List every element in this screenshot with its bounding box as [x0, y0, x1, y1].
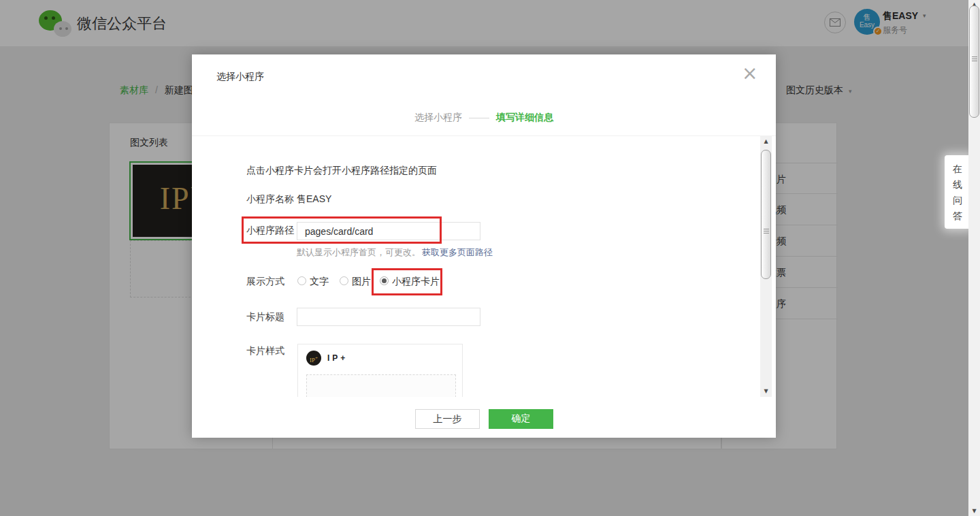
modal-scrollbar[interactable]: ▲ ▼: [760, 135, 772, 397]
get-more-paths-link[interactable]: 获取更多页面路径: [422, 247, 493, 257]
scroll-up-icon[interactable]: ▲: [760, 135, 772, 147]
select-miniprogram-modal: 选择小程序 × 选择小程序 填写详细信息 点击小程序卡片会打开小程序路径指定的页…: [192, 54, 776, 438]
step-indicator: 选择小程序 填写详细信息: [192, 112, 776, 124]
card-title-input[interactable]: [297, 308, 480, 326]
modal-content: 点击小程序卡片会打开小程序路径指定的页面 小程序名称 售EASY 小程序路径 默…: [192, 135, 776, 397]
card-preview: IP+ IP+: [297, 344, 463, 397]
step-select-miniprogram: 选择小程序: [414, 112, 462, 124]
miniprogram-name-label: 小程序名称: [246, 193, 294, 206]
page-scrollbar-thumb[interactable]: [969, 5, 979, 118]
previous-step-button[interactable]: 上一步: [415, 409, 480, 429]
step-divider: [469, 118, 489, 118]
online-qa-button[interactable]: 在 线 问 答: [945, 155, 970, 229]
display-mode-label: 展示方式: [246, 276, 284, 288]
miniprogram-name-value: 售EASY: [297, 193, 331, 206]
miniprogram-avatar: IP+: [306, 351, 321, 366]
card-image-placeholder: [306, 374, 456, 397]
annotation-box-path: [242, 216, 442, 244]
radio-image[interactable]: [340, 276, 348, 285]
page-scrollbar[interactable]: ▲ ▼: [968, 0, 980, 516]
card-preview-name: IP+: [327, 353, 348, 363]
modal-scrollbar-thumb[interactable]: [761, 150, 771, 279]
annotation-box-card-radio: [372, 268, 442, 295]
close-icon[interactable]: ×: [742, 64, 757, 83]
card-tip-text: 点击小程序卡片会打开小程序路径指定的页面: [246, 165, 437, 177]
scroll-down-icon[interactable]: ▼: [968, 506, 980, 516]
scroll-down-icon[interactable]: ▼: [760, 385, 772, 397]
radio-text[interactable]: [297, 276, 306, 285]
step-fill-details: 填写详细信息: [496, 112, 553, 124]
card-style-label: 卡片样式: [246, 345, 284, 357]
modal-title: 选择小程序: [216, 71, 264, 83]
path-hint: 默认显示小程序首页，可更改。获取更多页面路径: [297, 246, 493, 259]
confirm-button[interactable]: 确定: [489, 409, 553, 429]
card-title-label: 卡片标题: [246, 311, 284, 323]
